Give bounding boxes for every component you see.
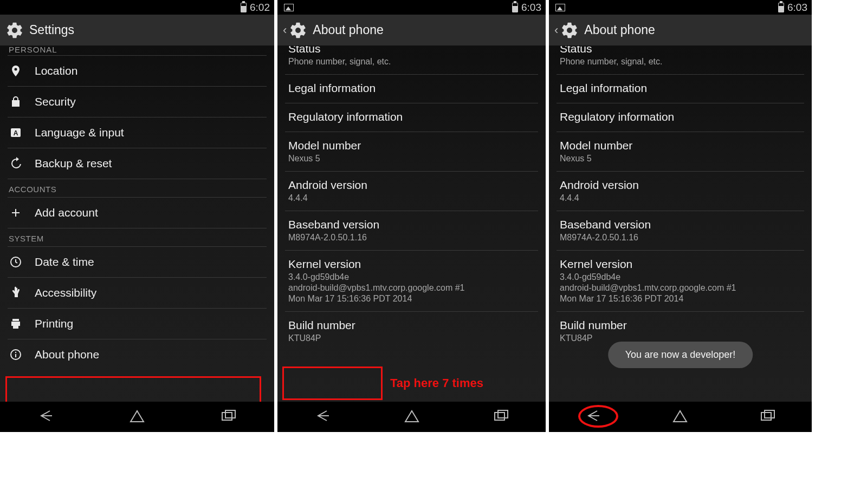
settings-label: Security — [35, 95, 76, 108]
hand-icon — [9, 286, 23, 299]
toast-developer: You are now a developer! — [608, 342, 753, 368]
language-icon: A — [9, 126, 23, 139]
restore-icon — [9, 157, 23, 170]
svg-text:A: A — [14, 129, 18, 137]
settings-item-add-account[interactable]: Add account — [0, 198, 274, 228]
clock-icon — [9, 256, 23, 269]
phone-about: 6:03 ‹ About phone Status Phone number, … — [277, 0, 546, 432]
about-item-baseband[interactable]: Baseband version M8974A-2.0.50.1.16 — [277, 211, 546, 250]
battery-icon — [512, 3, 518, 12]
about-content[interactable]: Status Phone number, signal, etc. Legal … — [277, 46, 546, 402]
section-header-accounts: ACCOUNTS — [0, 179, 274, 197]
svg-rect-7 — [225, 410, 235, 418]
svg-rect-5 — [15, 354, 16, 357]
about-item-model[interactable]: Model number Nexus 5 — [549, 132, 812, 171]
settings-label: Accessibility — [35, 286, 96, 299]
nav-home-icon[interactable] — [401, 408, 423, 426]
svg-rect-6 — [222, 413, 232, 420]
about-item-status[interactable]: Status Phone number, signal, etc. — [277, 46, 546, 74]
about-item-legal[interactable]: Legal information — [277, 75, 546, 103]
page-title: Settings — [29, 23, 74, 37]
about-item-model[interactable]: Model number Nexus 5 — [277, 132, 546, 171]
nav-recents-icon[interactable] — [490, 408, 512, 426]
settings-gear-icon — [5, 21, 24, 40]
back-chevron-icon[interactable]: ‹ — [283, 23, 287, 37]
section-header-system: SYSTEM — [0, 228, 274, 246]
status-bar: 6:03 — [277, 0, 546, 15]
settings-label: About phone — [35, 348, 99, 361]
status-time: 6:03 — [521, 2, 541, 14]
settings-item-datetime[interactable]: Date & time — [0, 247, 274, 277]
nav-bar — [549, 402, 812, 432]
phone-settings: 6:02 Settings PERSONAL Location Security… — [0, 0, 274, 432]
status-time: 6:03 — [787, 2, 807, 14]
status-bar: 6:03 — [549, 0, 812, 15]
back-chevron-icon[interactable]: ‹ — [554, 23, 558, 37]
about-item-kernel[interactable]: Kernel version 3.4.0-gd59db4e android-bu… — [277, 251, 546, 311]
info-icon — [9, 348, 23, 361]
settings-label: Add account — [35, 206, 98, 219]
svg-rect-9 — [498, 410, 508, 418]
nav-back-icon[interactable] — [312, 408, 333, 426]
about-item-kernel[interactable]: Kernel version 3.4.0-gd59db4e android-bu… — [549, 251, 812, 311]
picture-notification-icon — [284, 4, 294, 11]
nav-home-icon[interactable] — [669, 408, 691, 426]
settings-label: Date & time — [35, 256, 94, 269]
annotation-highlight-about — [5, 376, 261, 402]
nav-recents-icon[interactable] — [218, 408, 240, 426]
lock-icon — [9, 95, 23, 108]
annotation-text: Tap here 7 times — [390, 376, 483, 390]
nav-back-icon[interactable] — [35, 408, 56, 426]
about-item-status[interactable]: Status Phone number, signal, etc. — [549, 46, 812, 74]
settings-item-accessibility[interactable]: Accessibility — [0, 278, 274, 308]
svg-rect-11 — [765, 410, 774, 418]
settings-label: Language & input — [35, 126, 124, 139]
svg-point-4 — [15, 352, 16, 353]
nav-home-icon[interactable] — [126, 408, 148, 426]
location-pin-icon — [9, 64, 23, 77]
nav-bar — [0, 402, 274, 432]
settings-item-about-phone[interactable]: About phone — [0, 339, 274, 370]
about-item-baseband[interactable]: Baseband version M8974A-2.0.50.1.16 — [549, 211, 812, 250]
section-header-personal: PERSONAL — [0, 46, 274, 55]
nav-back-icon[interactable] — [582, 408, 604, 426]
svg-rect-8 — [495, 413, 504, 420]
battery-icon — [241, 3, 247, 12]
page-title: About phone — [313, 23, 383, 37]
settings-item-printing[interactable]: Printing — [0, 309, 274, 339]
annotation-highlight-build — [282, 366, 383, 400]
settings-gear-icon — [560, 21, 579, 40]
action-bar[interactable]: ‹ About phone — [549, 15, 812, 46]
settings-label: Backup & reset — [35, 157, 112, 170]
printer-icon — [9, 317, 23, 330]
settings-label: Location — [35, 64, 77, 77]
battery-icon — [778, 3, 784, 12]
settings-item-security[interactable]: Security — [0, 87, 274, 117]
settings-item-language[interactable]: A Language & input — [0, 117, 274, 148]
status-time: 6:02 — [250, 2, 270, 14]
about-item-build-number[interactable]: Build number KTU84P — [277, 312, 546, 351]
settings-gear-icon — [289, 21, 307, 40]
settings-label: Printing — [35, 317, 73, 330]
nav-recents-icon[interactable] — [757, 408, 779, 426]
about-item-android-version[interactable]: Android version 4.4.4 — [549, 172, 812, 211]
settings-item-backup[interactable]: Backup & reset — [0, 148, 274, 179]
picture-notification-icon — [555, 4, 565, 11]
about-item-legal[interactable]: Legal information — [549, 75, 812, 103]
settings-item-location[interactable]: Location — [0, 56, 274, 86]
svg-rect-10 — [761, 413, 771, 420]
phone-about-toast: 6:03 ‹ About phone Status Phone number, … — [549, 0, 812, 432]
status-bar: 6:02 — [0, 0, 274, 15]
plus-icon — [9, 206, 23, 219]
page-title: About phone — [584, 23, 655, 37]
about-item-regulatory[interactable]: Regulatory information — [277, 103, 546, 132]
about-item-android-version[interactable]: Android version 4.4.4 — [277, 172, 546, 211]
about-item-regulatory[interactable]: Regulatory information — [549, 103, 812, 132]
action-bar[interactable]: ‹ About phone — [277, 15, 546, 46]
nav-bar — [277, 402, 546, 432]
action-bar: Settings — [0, 15, 274, 46]
settings-content[interactable]: PERSONAL Location Security A Language & … — [0, 46, 274, 402]
